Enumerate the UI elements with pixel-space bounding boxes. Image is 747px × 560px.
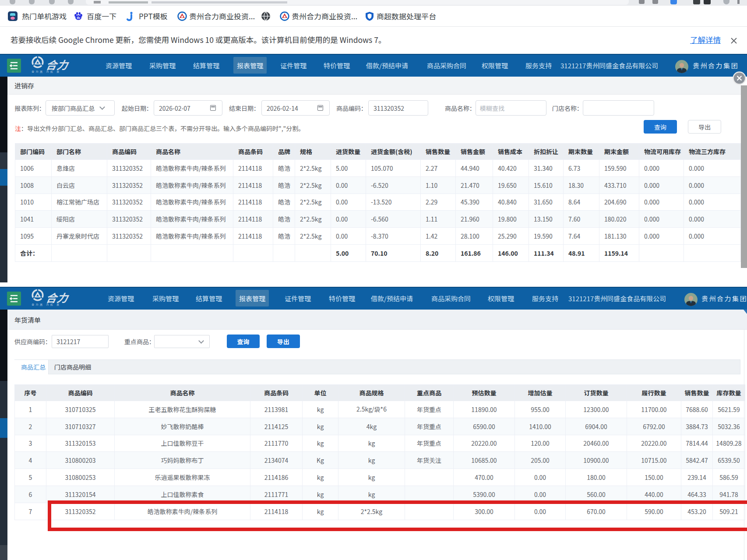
svg-text:du: du bbox=[77, 16, 80, 20]
